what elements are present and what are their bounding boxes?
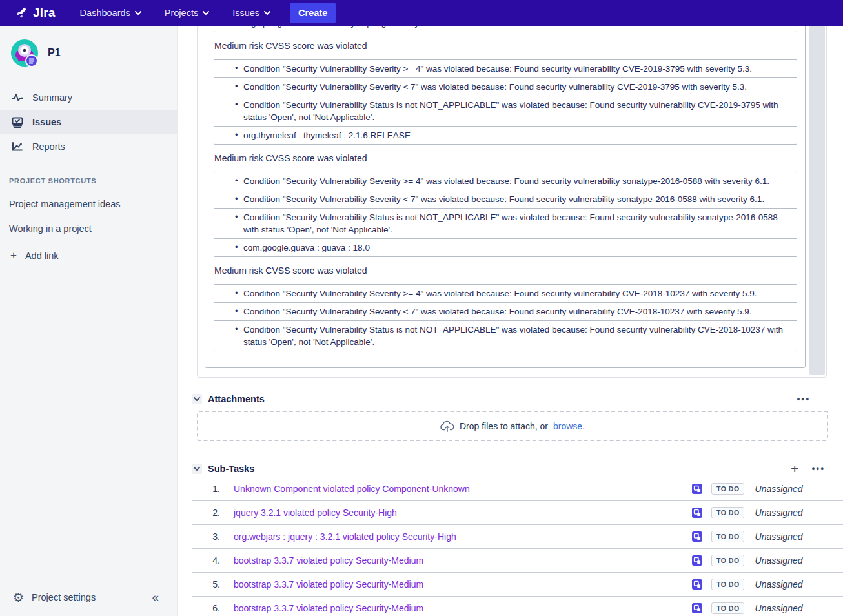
bullet-dot: • <box>235 323 238 335</box>
description-heading: Medium risk CVSS score was violated <box>214 153 797 163</box>
bullet-text: Condition "Security Vulnerability Severi… <box>243 64 752 74</box>
subtask-row: 5. bootstrap 3.3.7 violated policy Secur… <box>192 572 843 596</box>
description-scrollbar[interactable] <box>809 26 825 376</box>
description-bullet-box: •Condition "Security Vulnerability Sever… <box>214 172 797 257</box>
add-link-button[interactable]: + Add link <box>10 249 168 262</box>
create-button[interactable]: Create <box>290 3 336 23</box>
nav-dashboards-label: Dashboards <box>80 8 130 18</box>
status-badge[interactable]: TO DO <box>711 555 744 566</box>
subtasks-list: 1. Unknown Component violated policy Com… <box>192 477 843 616</box>
chevron-down-icon <box>135 11 141 15</box>
top-navbar: Jira Dashboards Projects Issues Create <box>0 0 843 26</box>
project-header: P1 <box>0 26 177 77</box>
description-content: •org.springframework.security : spring-s… <box>214 26 797 351</box>
status-badge[interactable]: TO DO <box>711 483 744 495</box>
description-bullet-item: •Condition "Security Vulnerability Statu… <box>214 208 797 238</box>
subtask-link[interactable]: org.webjars : jquery : 3.2.1 violated po… <box>234 531 456 542</box>
description-scroll-area[interactable]: •org.springframework.security : spring-s… <box>205 26 806 368</box>
description-bullet-item: •Condition "Security Vulnerability Sever… <box>214 190 797 208</box>
subtask-type-icon <box>692 531 702 542</box>
shortcut-link-project-management-ideas[interactable]: Project management ideas <box>9 199 168 209</box>
project-avatar[interactable] <box>9 37 40 68</box>
upload-cloud-icon <box>440 420 454 433</box>
chevron-down-icon <box>194 397 200 402</box>
bullet-text: Condition "Security Vulnerability Status… <box>243 100 778 122</box>
subtask-type-icon <box>692 484 702 494</box>
subtask-number: 5. <box>206 579 220 590</box>
subtask-row: 1. Unknown Component violated policy Com… <box>192 477 843 500</box>
description-bullet-item: •com.google.guava : guava : 18.0 <box>214 238 797 256</box>
subtask-assignee: Unassigned <box>755 508 803 518</box>
bullet-text: Condition "Security Vulnerability Severi… <box>243 82 747 92</box>
subtask-type-icon <box>692 603 702 613</box>
project-sidebar: P1 Summary Issues Reports <box>0 26 178 616</box>
bullet-text: Condition "Security Vulnerability Severi… <box>243 289 757 298</box>
bullet-text: org.thymeleaf : thymeleaf : 2.1.6.RELEAS… <box>243 130 411 140</box>
bullet-text: Condition "Security Vulnerability Severi… <box>243 194 764 204</box>
subtask-assignee: Unassigned <box>755 531 803 542</box>
collapse-subtasks-button[interactable] <box>192 464 202 474</box>
subtasks-more-button[interactable]: ●●● <box>811 466 825 472</box>
nav-projects[interactable]: Projects <box>157 3 217 23</box>
sidebar-item-summary[interactable]: Summary <box>0 85 177 110</box>
bullet-dot: • <box>235 174 238 187</box>
scrollbar-thumb[interactable] <box>809 26 825 375</box>
sidebar-item-label: Summary <box>32 92 72 103</box>
bullet-text: Condition "Security Vulnerability Severi… <box>243 176 769 186</box>
subtask-link[interactable]: bootstrap 3.3.7 violated policy Security… <box>234 579 423 590</box>
dropzone-text: Drop files to attach, or <box>460 421 548 431</box>
bullet-dot: • <box>235 128 238 141</box>
project-shortcuts-header: PROJECT SHORTCUTS <box>9 177 168 185</box>
sidebar-nav: Summary Issues Reports <box>0 85 177 159</box>
description-bullet-item: •Condition "Security Vulnerability Statu… <box>214 320 797 351</box>
chevron-down-icon <box>264 11 270 15</box>
subtask-link[interactable]: bootstrap 3.3.7 violated policy Security… <box>234 603 423 613</box>
bullet-dot: • <box>235 305 238 317</box>
collapse-sidebar-button[interactable]: « <box>152 590 159 604</box>
sidebar-item-issues[interactable]: Issues <box>0 110 177 134</box>
subtask-type-icon <box>692 508 702 518</box>
subtasks-header: Sub-Tasks + ●●● <box>192 464 843 474</box>
browse-link[interactable]: browse. <box>553 421 585 431</box>
bullet-text: Condition "Security Vulnerability Severi… <box>243 307 752 316</box>
bullet-text: Condition "Security Vulnerability Status… <box>243 212 778 234</box>
subtask-link[interactable]: Unknown Component violated policy Compon… <box>234 484 470 494</box>
subtask-row: 2. jquery 3.2.1 violated policy Security… <box>192 500 843 524</box>
attachments-more-button[interactable]: ●●● <box>797 396 810 402</box>
status-badge[interactable]: TO DO <box>711 602 744 614</box>
shortcut-link-working-in-a-project[interactable]: Working in a project <box>9 223 168 234</box>
subtask-link[interactable]: jquery 3.2.1 violated policy Security-Hi… <box>234 508 397 518</box>
status-badge[interactable]: TO DO <box>711 579 744 590</box>
subtask-assignee: Unassigned <box>755 603 803 613</box>
subtask-number: 6. <box>206 603 220 613</box>
activity-icon <box>12 92 23 103</box>
attachments-header: Attachments ●●● <box>192 394 828 404</box>
gear-icon: ⚙ <box>13 591 24 604</box>
subtask-row: 6. bootstrap 3.3.7 violated policy Secur… <box>192 596 843 616</box>
project-settings-button[interactable]: Project settings <box>32 592 96 602</box>
bullet-dot: • <box>235 62 238 74</box>
attachment-dropzone[interactable]: Drop files to attach, or browse. <box>197 411 828 441</box>
chevron-down-icon <box>194 467 200 471</box>
nav-dashboards[interactable]: Dashboards <box>72 3 149 23</box>
description-bullet-item: •Condition "Security Vulnerability Sever… <box>214 77 797 96</box>
sidebar-item-label: Reports <box>32 141 65 152</box>
description-bullet-box: •org.springframework.security : spring-s… <box>214 26 797 32</box>
bullet-dot: • <box>235 241 238 253</box>
bullet-dot: • <box>235 98 238 110</box>
reports-icon <box>12 141 23 152</box>
nav-issues[interactable]: Issues <box>225 3 278 23</box>
subtask-link[interactable]: bootstrap 3.3.7 violated policy Security… <box>234 555 423 566</box>
attachments-title: Attachments <box>208 394 265 404</box>
collapse-attachments-button[interactable] <box>192 394 202 404</box>
description-bullet-item: •Condition "Security Vulnerability Sever… <box>214 302 797 320</box>
add-subtask-button[interactable]: + <box>791 464 798 473</box>
status-badge[interactable]: TO DO <box>711 531 744 542</box>
jira-brand[interactable]: Jira <box>14 6 56 20</box>
status-badge[interactable]: TO DO <box>711 507 744 518</box>
sidebar-footer: ⚙ Project settings « <box>0 584 177 611</box>
subtask-type-icon <box>692 579 702 590</box>
sidebar-item-reports[interactable]: Reports <box>0 134 177 159</box>
subtask-assignee: Unassigned <box>755 579 803 590</box>
description-bullet-item: •Condition "Security Vulnerability Sever… <box>214 60 797 77</box>
